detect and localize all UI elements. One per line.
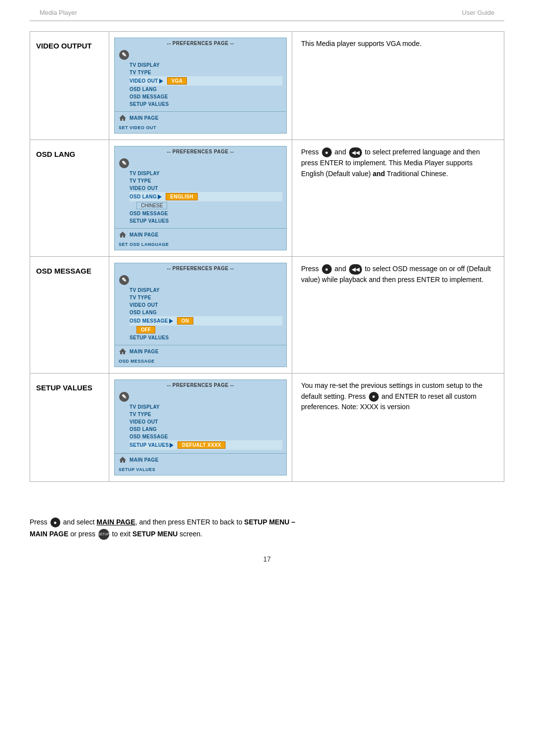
pref-item-osd-msg-3: OSD MESSAGE — [130, 433, 282, 440]
usb-icon-2: ✎ — [119, 275, 130, 285]
arrow-0 — [159, 79, 163, 84]
pref-sub-off: OFF — [130, 326, 282, 334]
screen-footer-1: SET OSD LANGUAGE — [115, 240, 286, 250]
screen-osd-message: -- PREFERENCES PAGE -- ✎ TV DISPLAY TV T… — [109, 257, 292, 373]
arrow-3 — [170, 443, 174, 448]
desc-osd-message: Press ● and ◀◀ to select OSD message on … — [292, 257, 504, 373]
pref-item-osd-msg-1: OSD MESSAGE — [130, 210, 282, 217]
pref-item-tv-display-3: TV DISPLAY — [130, 403, 282, 411]
pref-item-video-out-2: VIDEO OUT — [130, 301, 282, 309]
svg-marker-2 — [119, 115, 126, 121]
svg-marker-8 — [119, 348, 126, 354]
pref-item-tv-type-1: TV TYPE — [130, 177, 282, 185]
pref-title-2: -- PREFERENCES PAGE -- — [115, 263, 286, 273]
pref-screen-osd-lang: -- PREFERENCES PAGE -- ✎ TV DISPLAY TV T… — [114, 146, 287, 250]
pref-item-tv-type-3: TV TYPE — [130, 411, 282, 418]
label-setup-values: SETUP VALUES — [30, 374, 109, 481]
pref-item-osd-lang-3: OSD LANG — [130, 425, 282, 433]
svg-text:✎: ✎ — [122, 277, 127, 284]
desc-video-output: This Media player supports VGA mode. — [292, 32, 504, 140]
home-icon-1 — [119, 231, 127, 238]
svg-marker-5 — [119, 232, 126, 237]
pref-menu-2: TV DISPLAY TV TYPE VIDEO OUT OSD LANG OS… — [115, 286, 286, 343]
svg-marker-11 — [119, 457, 126, 463]
footer-instructions: Press ● and select MAIN PAGE, and then p… — [0, 502, 534, 550]
pref-menu-1: TV DISPLAY TV TYPE VIDEO OUT OSD LANG EN… — [115, 170, 286, 227]
home-icon-0 — [119, 114, 127, 122]
main-content: VIDEO OUTPUT -- PREFERENCES PAGE -- ✎ TV… — [0, 21, 534, 502]
btn-circle-2a: ● — [322, 264, 332, 274]
pref-icon-row-0: ✎ — [115, 48, 286, 61]
svg-text:✎: ✎ — [122, 51, 127, 58]
home-label-2: MAIN PAGE — [130, 349, 159, 354]
btn-circle-footer1: ● — [50, 518, 60, 527]
pref-sub-chinese: CHINESE — [130, 201, 282, 210]
screen-footer-0: SET VIDEO OUT — [115, 123, 286, 133]
section-video-output: VIDEO OUTPUT -- PREFERENCES PAGE -- ✎ TV… — [30, 32, 504, 140]
pref-item-tv-display-1: TV DISPLAY — [130, 170, 282, 177]
screen-footer-3: SETUP VALUES — [115, 465, 286, 475]
label-video-output: VIDEO OUTPUT — [30, 32, 109, 140]
pref-value-3: DEFUALT XXXX — [178, 441, 225, 449]
pref-item-video-out-3: VIDEO OUT — [130, 418, 282, 425]
pref-icon-row-2: ✎ — [115, 273, 286, 286]
label-osd-lang: OSD LANG — [30, 140, 109, 256]
pref-item-tv-type-0: TV TYPE — [130, 69, 282, 76]
pref-menu-0: TV DISPLAY TV TYPE VIDEO OUT VGA OSD LAN… — [115, 61, 286, 110]
screen-video-output: -- PREFERENCES PAGE -- ✎ TV DISPLAY TV T… — [109, 32, 292, 140]
pref-screen-osd-message: -- PREFERENCES PAGE -- ✎ TV DISPLAY TV T… — [114, 263, 287, 367]
screen-setup-values: -- PREFERENCES PAGE -- ✎ TV DISPLAY TV T… — [109, 374, 292, 481]
pref-value-on: ON — [177, 317, 194, 325]
pref-item-setup-3: SETUP VALUES DEFUALT XXXX — [130, 440, 282, 450]
pref-screen-video-output: -- PREFERENCES PAGE -- ✎ TV DISPLAY TV T… — [114, 38, 287, 134]
pref-item-tv-display-0: TV DISPLAY — [130, 61, 282, 69]
pref-item-osd-msg-0: OSD MESSAGE — [130, 93, 282, 100]
home-row-2: MAIN PAGE — [115, 345, 286, 357]
btn-circle-1a: ● — [322, 147, 332, 157]
header-right: User Guide — [462, 9, 494, 16]
home-label-0: MAIN PAGE — [130, 115, 159, 121]
pref-item-tv-type-2: TV TYPE — [130, 294, 282, 301]
footer-line1: Press ● and select MAIN PAGE, and then p… — [30, 517, 504, 528]
svg-text:✎: ✎ — [122, 393, 127, 400]
pref-title-1: -- PREFERENCES PAGE -- — [115, 146, 286, 156]
screen-osd-lang: -- PREFERENCES PAGE -- ✎ TV DISPLAY TV T… — [109, 140, 292, 256]
pref-icon-row-3: ✎ — [115, 390, 286, 403]
page-header: Media Player User Guide — [0, 0, 534, 20]
btn-circle-3: ● — [369, 392, 379, 402]
arrow-2 — [169, 319, 173, 324]
desc-setup-values: You may re-set the previous settings in … — [292, 374, 504, 481]
pref-value-0: VGA — [167, 77, 187, 85]
pref-item-video-out-0: VIDEO OUT VGA — [130, 76, 282, 86]
home-label-1: MAIN PAGE — [130, 232, 159, 237]
section-osd-lang: OSD LANG -- PREFERENCES PAGE -- ✎ TV DIS… — [30, 140, 504, 257]
pref-item-osd-lang-2: OSD LANG — [130, 309, 282, 316]
screen-footer-2: OSD MESSAGE — [115, 357, 286, 367]
pref-screen-setup-values: -- PREFERENCES PAGE -- ✎ TV DISPLAY TV T… — [114, 379, 287, 475]
home-row-3: MAIN PAGE — [115, 453, 286, 465]
btn-setup-icon: SETUP — [98, 529, 109, 540]
arrow-1 — [158, 194, 162, 199]
usb-icon-3: ✎ — [119, 391, 130, 402]
usb-icon-0: ✎ — [119, 49, 130, 60]
pref-item-osd-lang-0: OSD LANG — [130, 86, 282, 93]
label-osd-message: OSD MESSAGE — [30, 257, 109, 373]
header-left: Media Player — [40, 9, 77, 16]
pref-chinese-value: CHINESE — [136, 202, 167, 209]
pref-item-setup-1: SETUP VALUES — [130, 217, 282, 225]
footer-line2: MAIN PAGE or press SETUP to exit SETUP M… — [30, 528, 504, 540]
pref-title-0: -- PREFERENCES PAGE -- — [115, 38, 286, 48]
home-icon-3 — [119, 456, 127, 464]
pref-icon-row-1: ✎ — [115, 156, 286, 170]
pref-menu-3: TV DISPLAY TV TYPE VIDEO OUT OSD LANG OS… — [115, 403, 286, 452]
pref-item-osd-lang-1: OSD LANG ENGLISH — [130, 192, 282, 201]
pref-item-setup-2: SETUP VALUES — [130, 334, 282, 341]
pref-value-1: ENGLISH — [166, 193, 198, 200]
pref-title-3: -- PREFERENCES PAGE -- — [115, 380, 286, 390]
desc-osd-lang: Press ● and ◀◀ to select preferred langu… — [292, 140, 504, 256]
btn-dbl-2: ◀◀ — [349, 264, 362, 275]
home-icon-2 — [119, 347, 127, 355]
page-number: 17 — [0, 550, 534, 568]
btn-dbl-1: ◀◀ — [349, 147, 362, 158]
pref-item-video-out-1: VIDEO OUT — [130, 185, 282, 192]
